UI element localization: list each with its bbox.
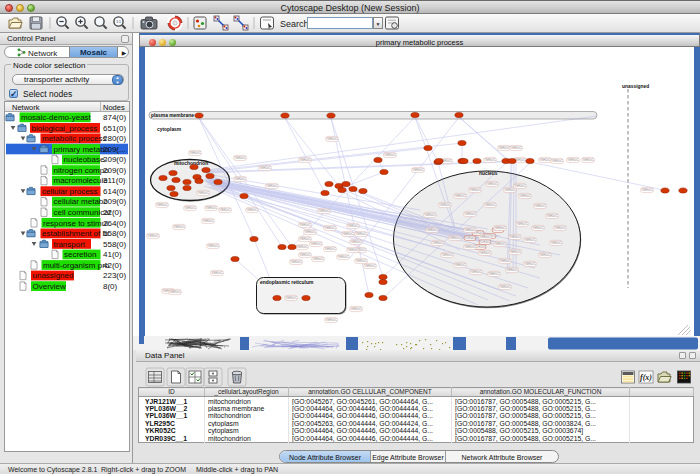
svg-text:nucleobase-: nucleobase- — [64, 155, 108, 164]
svg-text:YBR00C: YBR00C — [454, 263, 467, 267]
svg-text:metabolic process: metabolic process — [42, 134, 106, 143]
svg-text:nitrogen compo: nitrogen compo — [54, 166, 110, 175]
svg-text:unassigned: unassigned — [33, 271, 74, 280]
svg-text:YBR00C: YBR00C — [299, 223, 312, 227]
svg-text:YBR00C: YBR00C — [539, 253, 552, 257]
svg-text:YBR00C: YBR00C — [506, 268, 519, 272]
svg-text:response to stimul: response to stimul — [43, 219, 108, 228]
svg-text:209(...: 209(... — [103, 145, 126, 154]
svg-text:YBR00C: YBR00C — [355, 232, 368, 236]
svg-text:YBR00C: YBR00C — [189, 151, 202, 155]
svg-text:YBR00C: YBR00C — [439, 203, 452, 207]
svg-text:YBR00C: YBR00C — [318, 209, 331, 213]
svg-text:1:1: 1:1 — [116, 20, 121, 24]
svg-text:YBR00C: YBR00C — [567, 158, 580, 162]
svg-text:YBR00C: YBR00C — [355, 259, 368, 263]
svg-text:YBR00C: YBR00C — [582, 158, 595, 162]
svg-text:YBR00C: YBR00C — [509, 250, 522, 254]
svg-text:YBR00C: YBR00C — [546, 214, 559, 218]
svg-text:YBR00C: YBR00C — [347, 224, 360, 228]
svg-text:endoplasmic reticulum: endoplasmic reticulum — [260, 280, 314, 285]
svg-text:YBR00C: YBR00C — [246, 208, 259, 212]
svg-text:YBR00C: YBR00C — [479, 251, 492, 255]
svg-text:YBR00C: YBR00C — [454, 194, 467, 198]
svg-text:YBR00C: YBR00C — [285, 296, 298, 300]
svg-text:secretion: secretion — [64, 250, 96, 259]
svg-text:209(0): 209(0) — [103, 155, 126, 164]
svg-text:establishment of lo: establishment of lo — [42, 229, 109, 238]
svg-text:YBR00C: YBR00C — [484, 203, 497, 207]
svg-text:YBR00C: YBR00C — [641, 188, 654, 192]
svg-text:YBR00C: YBR00C — [554, 226, 567, 230]
svg-text:YBR00C: YBR00C — [202, 219, 215, 223]
svg-text:YBR00C: YBR00C — [299, 237, 312, 241]
svg-text:cytoplasm: cytoplasm — [157, 127, 182, 132]
svg-text:YBR00C: YBR00C — [304, 230, 317, 234]
svg-text:YBR00C: YBR00C — [426, 228, 439, 232]
svg-text:YBR00C: YBR00C — [156, 203, 169, 207]
svg-text:YBR00C: YBR00C — [205, 206, 218, 210]
svg-text:22(0): 22(0) — [103, 208, 122, 217]
svg-text:YBR00C: YBR00C — [266, 184, 279, 188]
svg-text:YBR00C: YBR00C — [524, 238, 537, 242]
svg-text:YBR00C: YBR00C — [550, 241, 563, 245]
svg-text:558(0): 558(0) — [103, 229, 126, 238]
svg-text:primary metabo: primary metabo — [54, 145, 110, 154]
svg-text:Overview: Overview — [33, 282, 67, 291]
svg-text:YBR00C: YBR00C — [211, 271, 224, 275]
svg-text:YBR00C: YBR00C — [470, 270, 483, 274]
svg-text:YBR00C: YBR00C — [479, 235, 492, 239]
svg-text:YBR00C: YBR00C — [290, 260, 303, 264]
svg-text:YBR00C: YBR00C — [299, 158, 312, 162]
svg-text:280(0): 280(0) — [103, 134, 126, 143]
svg-text:cellular metabo: cellular metabo — [54, 197, 109, 206]
svg-text:651(0): 651(0) — [103, 124, 126, 133]
svg-text:YBR00C: YBR00C — [524, 262, 537, 266]
svg-text:multi-organism pro: multi-organism pro — [43, 261, 110, 270]
svg-text:YBR00C: YBR00C — [534, 204, 547, 208]
svg-text:YBR00C: YBR00C — [326, 137, 339, 141]
svg-text:YBR00C: YBR00C — [494, 242, 507, 246]
svg-text:YBR00C: YBR00C — [324, 226, 337, 230]
svg-text:cellular process: cellular process — [42, 187, 98, 196]
svg-text:unassigned: unassigned — [622, 84, 649, 89]
svg-text:plasma membrane: plasma membrane — [151, 113, 194, 118]
svg-text:209(0): 209(0) — [103, 197, 126, 206]
svg-text:YBR00C: YBR00C — [342, 232, 355, 236]
svg-text:YDR00C: YDR00C — [479, 240, 492, 244]
svg-text:YDR00C: YDR00C — [464, 236, 477, 240]
svg-text:874(0): 874(0) — [103, 113, 126, 122]
svg-text:YBR00C: YBR00C — [504, 188, 517, 192]
svg-text:YBR00C: YBR00C — [364, 264, 377, 268]
svg-text:YBR00C: YBR00C — [197, 191, 210, 195]
svg-text:YBR00C: YBR00C — [350, 240, 363, 244]
svg-text:YBR00C: YBR00C — [486, 182, 499, 186]
svg-text:YBR00C: YBR00C — [219, 208, 232, 212]
svg-text:YBR00C: YBR00C — [259, 166, 272, 170]
svg-text:YBR00C: YBR00C — [310, 242, 323, 246]
svg-text:YBR00C: YBR00C — [234, 177, 247, 181]
svg-text:YBR00C: YBR00C — [169, 290, 182, 294]
svg-text:YBR00C: YBR00C — [324, 247, 337, 251]
svg-text:41(0): 41(0) — [103, 250, 122, 259]
svg-text:macromolecule: macromolecule — [54, 176, 109, 185]
svg-text:YBR00C: YBR00C — [464, 228, 477, 232]
svg-text:YBR00C: YBR00C — [499, 285, 512, 289]
svg-text:YBR00C: YBR00C — [509, 235, 522, 239]
svg-text:f(x): f(x) — [640, 373, 652, 382]
svg-text:YBR00C: YBR00C — [464, 212, 477, 216]
svg-text:YBR00C: YBR00C — [516, 222, 529, 226]
svg-text:YBR00C: YBR00C — [551, 159, 564, 163]
svg-text:YBR00C: YBR00C — [532, 226, 545, 230]
svg-text:YBR00C: YBR00C — [207, 244, 220, 248]
svg-text:YBR00C: YBR00C — [469, 188, 482, 192]
svg-text:YBR00C: YBR00C — [510, 146, 523, 150]
svg-text:transport: transport — [54, 240, 86, 249]
svg-text:YBR00C: YBR00C — [184, 206, 197, 210]
svg-text:558(0): 558(0) — [103, 240, 126, 249]
svg-text:8(0): 8(0) — [103, 282, 118, 291]
svg-text:311(0): 311(0) — [103, 176, 126, 185]
svg-text:YBR00C: YBR00C — [441, 253, 454, 257]
svg-text:223(0): 223(0) — [103, 271, 126, 280]
svg-text:YBR00C: YBR00C — [312, 257, 325, 261]
